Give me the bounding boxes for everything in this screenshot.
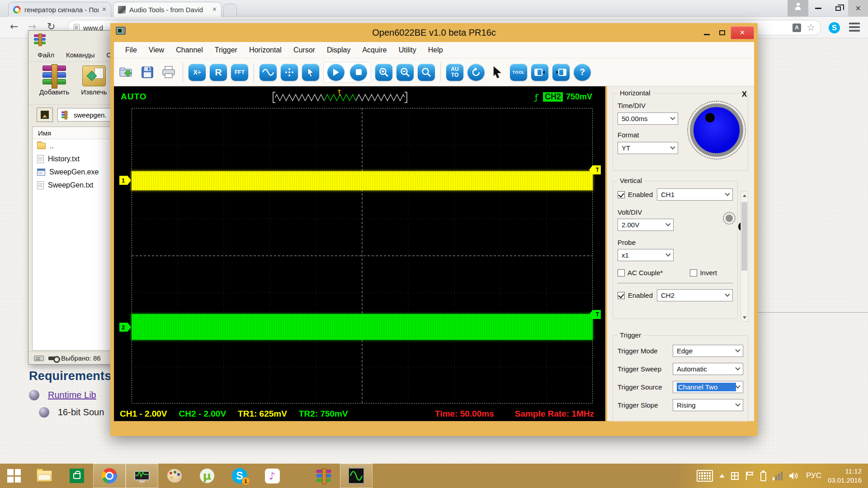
trigger-sweep-select[interactable]: Automatic <box>673 363 743 375</box>
menu-utility[interactable]: Utility <box>393 46 422 54</box>
save-button[interactable] <box>139 64 156 81</box>
menu-cursor[interactable]: Cursor <box>288 46 321 54</box>
menu-file[interactable]: File <box>119 46 143 54</box>
menu-trigger[interactable]: Trigger <box>209 46 243 54</box>
menu-channel[interactable]: Channel <box>170 46 209 54</box>
translate-icon[interactable]: A <box>793 23 801 32</box>
vertical-knob[interactable] <box>726 215 733 222</box>
taskbar-utorrent[interactable]: µ <box>191 464 223 488</box>
measure-button[interactable] <box>281 64 298 81</box>
extract-button[interactable]: Извлечь <box>81 66 107 104</box>
scroll-down-arrow[interactable] <box>741 314 748 321</box>
help-button[interactable]: ? <box>574 64 591 81</box>
invert-checkbox[interactable] <box>690 269 697 277</box>
browser-restore-button[interactable] <box>828 0 848 17</box>
trigger-slope-select[interactable]: Rising <box>673 399 743 411</box>
ch1-enabled-checkbox[interactable] <box>618 191 625 198</box>
language-indicator[interactable]: РУС <box>806 471 821 480</box>
scope-titlebar[interactable]: Open6022BE v1.0 beta PR16c × <box>114 23 754 42</box>
browser-tab-audio-tools[interactable]: Audio Tools - from David × <box>113 2 222 17</box>
autoset-button[interactable]: AUTO <box>446 64 463 81</box>
ch1-position-marker[interactable]: 1 <box>119 176 131 185</box>
taskbar-oscilloscope[interactable] <box>126 464 158 488</box>
add-button[interactable]: Добавить <box>39 66 69 104</box>
menu-view[interactable]: View <box>143 46 170 54</box>
menu-acquire[interactable]: Acquire <box>356 46 392 54</box>
waveform-button[interactable] <box>259 64 277 81</box>
new-tab-button[interactable] <box>223 4 237 17</box>
scrollbar-thumb[interactable] <box>741 202 747 271</box>
menu-commands[interactable]: Команды <box>66 51 95 59</box>
pointer-mode-button[interactable] <box>489 64 506 81</box>
browser-minimize-button[interactable] <box>808 0 828 17</box>
print-button[interactable] <box>160 64 177 81</box>
taskbar-store[interactable] <box>61 464 93 488</box>
probe-select[interactable]: x1 <box>618 249 674 261</box>
taskbar-chrome[interactable] <box>93 464 126 488</box>
cursor-button[interactable] <box>302 64 319 81</box>
volume-icon[interactable] <box>789 471 800 480</box>
format-select[interactable]: YT <box>618 142 678 154</box>
horizontal-position-preview[interactable]: T <box>272 89 408 104</box>
panel-right-button[interactable] <box>552 64 570 81</box>
zoom-window-button[interactable] <box>418 64 435 81</box>
touch-keyboard-icon[interactable] <box>697 470 713 482</box>
clock[interactable]: 11:12 03.01.2016 <box>828 467 862 485</box>
scope-minimize-button[interactable] <box>700 27 713 38</box>
channel2-select[interactable]: CH2 <box>657 289 733 301</box>
skype-extension-icon[interactable]: S <box>829 22 840 33</box>
tab-close-icon[interactable]: × <box>102 6 106 13</box>
taskbar-skype[interactable]: S 1 <box>223 464 256 488</box>
taskbar-itunes[interactable]: ♪ <box>256 464 288 488</box>
volt-div-select[interactable]: 2.00V <box>618 219 674 231</box>
start-button[interactable] <box>0 464 28 488</box>
profile-icon[interactable] <box>788 0 808 17</box>
reference-button[interactable]: R <box>210 64 227 81</box>
action-center-flag-icon[interactable] <box>745 471 754 481</box>
browser-menu-icon[interactable] <box>849 23 860 32</box>
browser-close-button[interactable]: × <box>848 0 868 17</box>
browser-tab-search[interactable]: генератор сигнала - Пои × <box>8 2 111 17</box>
stop-button[interactable] <box>350 64 367 81</box>
time-div-select[interactable]: 50.00ms <box>618 113 678 125</box>
bookmark-star-icon[interactable]: ☆ <box>807 23 815 33</box>
menu-help[interactable]: Help <box>422 46 449 54</box>
ac-couple-checkbox[interactable] <box>618 269 625 277</box>
network-signal-icon[interactable] <box>773 472 783 480</box>
horizontal-knob[interactable] <box>690 103 743 157</box>
ch2-enabled-checkbox[interactable] <box>618 292 625 299</box>
channel1-select[interactable]: CH1 <box>657 188 733 201</box>
math-button[interactable]: X÷ <box>189 64 206 81</box>
runtime-library-link[interactable]: Runtime Lib <box>48 390 96 400</box>
show-hidden-icons-arrow[interactable] <box>719 474 725 478</box>
taskbar-winrar[interactable] <box>307 464 340 488</box>
fft-button[interactable]: FFT <box>231 64 248 81</box>
tool-button[interactable]: TOOL <box>510 64 527 81</box>
panel-left-button[interactable] <box>531 64 548 81</box>
scroll-up-arrow[interactable] <box>741 192 748 199</box>
scope-maximize-button[interactable] <box>715 27 729 38</box>
panel-close-button[interactable]: X <box>742 90 747 99</box>
up-folder-button[interactable] <box>37 108 53 122</box>
zoom-out-button[interactable] <box>396 64 414 81</box>
tab-close-icon[interactable]: × <box>212 6 217 13</box>
windows-tray-icon[interactable] <box>731 472 739 480</box>
trigger-source-select[interactable]: Channel Two <box>673 381 743 393</box>
refresh-button[interactable] <box>467 64 485 81</box>
taskbar-explorer[interactable] <box>28 464 61 488</box>
menu-file[interactable]: Файл <box>38 51 54 59</box>
menu-horizontal[interactable]: Horizontal <box>243 46 288 54</box>
taskbar-sweepgen[interactable] <box>340 464 373 488</box>
open-file-button[interactable] <box>118 64 135 81</box>
start-button[interactable] <box>327 64 344 81</box>
battery-icon[interactable] <box>760 472 766 481</box>
panel-scrollbar[interactable] <box>741 192 748 322</box>
back-icon[interactable]: ← <box>10 21 18 32</box>
trigger-mode-select[interactable]: Edge <box>673 345 743 357</box>
scope-close-button[interactable]: × <box>731 26 754 39</box>
menu-display[interactable]: Display <box>321 46 356 54</box>
ch2-position-marker[interactable]: 2 <box>119 323 131 332</box>
zoom-in-button[interactable] <box>375 64 392 81</box>
taskbar-paint[interactable] <box>158 464 191 488</box>
add-archive-icon <box>42 66 66 86</box>
